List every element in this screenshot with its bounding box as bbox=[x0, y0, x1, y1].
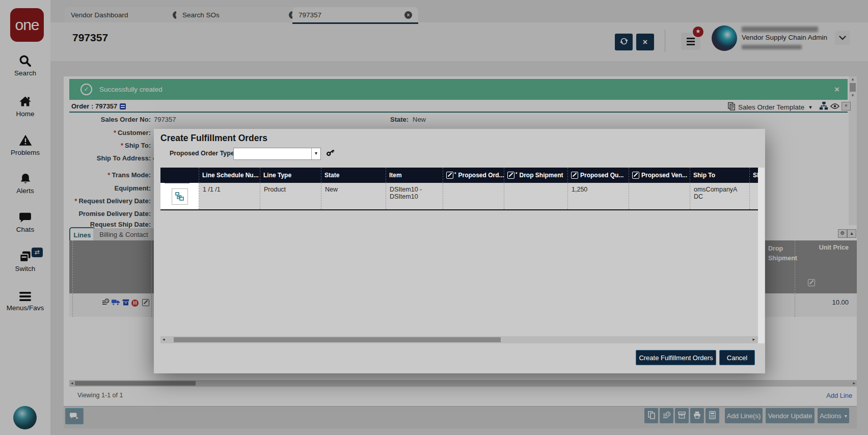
dialog-hscrollbar-thumb[interactable] bbox=[174, 337, 501, 342]
edit-icon bbox=[507, 172, 514, 179]
cell-line-type: Product bbox=[260, 183, 321, 209]
column-header-proposed-vendor[interactable]: Proposed Ven... bbox=[629, 168, 690, 183]
key-icon[interactable] bbox=[326, 147, 336, 159]
edit-icon bbox=[632, 172, 639, 179]
column-header-proposed-quantity[interactable]: Proposed Qu... bbox=[568, 168, 629, 183]
column-header-drop-shipment[interactable]: *Drop Shipment bbox=[504, 168, 568, 183]
cell-ship-to: omsCompanyA DC bbox=[690, 183, 750, 209]
column-header-select[interactable] bbox=[160, 168, 199, 183]
dialog-grid-header: Line Schedule Nu... Line Type State Item… bbox=[160, 168, 758, 183]
column-header-state[interactable]: State bbox=[321, 168, 386, 183]
cell-proposed-order[interactable] bbox=[443, 183, 504, 209]
create-fulfillment-orders-button[interactable]: Create Fulfillment Orders bbox=[636, 350, 716, 365]
cell-state: New bbox=[321, 183, 386, 209]
column-header-proposed-order[interactable]: *Proposed Ord... bbox=[443, 168, 504, 183]
cell-item: DSItem10 - DSItem10 bbox=[386, 183, 443, 209]
cancel-button[interactable]: Cancel bbox=[719, 350, 755, 365]
hierarchy-row-icon[interactable] bbox=[172, 188, 188, 205]
cell-ship-clipped bbox=[750, 183, 758, 209]
edit-icon bbox=[571, 172, 578, 179]
column-header-ship-to[interactable]: Ship To bbox=[690, 168, 750, 183]
dialog-title: Create Fulfillment Orders bbox=[160, 133, 267, 144]
row-select-cell[interactable] bbox=[160, 183, 199, 209]
column-header-line-schedule[interactable]: Line Schedule Nu... bbox=[199, 168, 260, 183]
proposed-order-type-value bbox=[234, 148, 311, 159]
proposed-order-type-label: Proposed Order Type: bbox=[170, 150, 236, 157]
column-header-line-type[interactable]: Line Type bbox=[260, 168, 321, 183]
dialog-vscrollbar[interactable] bbox=[758, 168, 765, 343]
dialog-hscrollbar[interactable]: ◂ ▸ bbox=[160, 336, 758, 343]
scroll-right-icon[interactable]: ▸ bbox=[752, 336, 755, 343]
select-column-bar bbox=[165, 183, 189, 183]
edit-icon bbox=[446, 172, 453, 179]
cell-line-schedule: 1 /1 /1 bbox=[199, 183, 260, 209]
column-header-ship-clipped[interactable]: Ship bbox=[750, 168, 758, 183]
column-header-item[interactable]: Item bbox=[386, 168, 443, 183]
cell-drop-shipment[interactable] bbox=[504, 183, 568, 209]
proposed-order-type-select[interactable]: ▾ bbox=[233, 148, 321, 160]
scroll-left-icon[interactable]: ◂ bbox=[162, 336, 165, 343]
cell-proposed-vendor[interactable] bbox=[629, 183, 690, 209]
caret-down-icon: ▾ bbox=[311, 148, 320, 159]
dialog-grid-row: 1 /1 /1 Product New DSItem10 - DSItem10 … bbox=[160, 183, 758, 210]
cell-proposed-quantity[interactable]: 1,250 bbox=[568, 183, 629, 209]
create-fulfillment-orders-dialog: Create Fulfillment Orders Proposed Order… bbox=[154, 129, 765, 373]
